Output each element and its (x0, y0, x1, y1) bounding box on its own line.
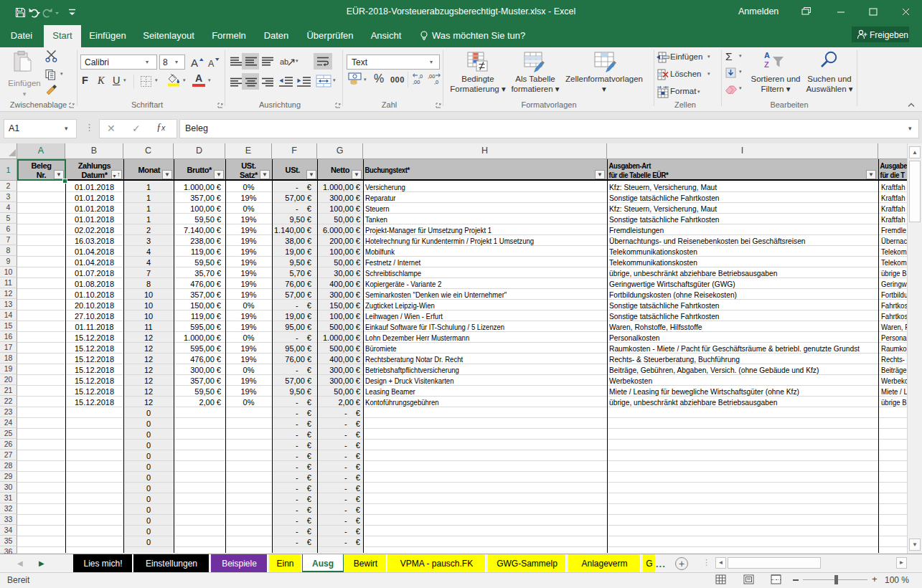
svg-text:,00: ,00 (413, 79, 420, 85)
svg-text:A: A (191, 57, 198, 69)
svg-text:A: A (208, 59, 215, 69)
svg-text:Z: Z (764, 60, 769, 69)
svg-text:,0: ,0 (434, 79, 438, 85)
svg-text:A: A (764, 51, 770, 60)
svg-text:ab: ab (280, 57, 288, 66)
